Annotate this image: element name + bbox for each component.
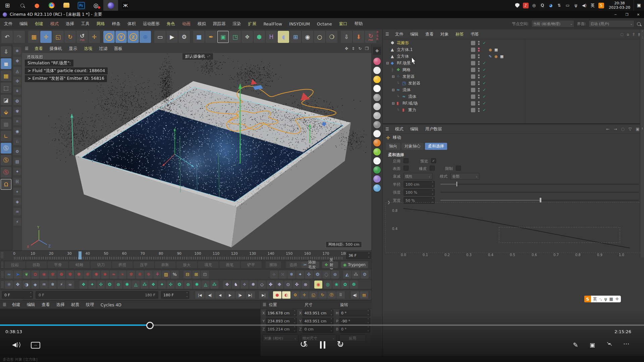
shelf3c-3[interactable]: ❅ bbox=[249, 281, 257, 289]
coords-mode-select[interactable]: 对象 (相对)⌄ bbox=[263, 335, 298, 342]
falloff-curve[interactable]: 0.80.40.00.10.20.30.40.50.60.70.80.91.0 bbox=[383, 201, 644, 257]
brush-7[interactable]: 膨胀 bbox=[155, 261, 176, 268]
brush-0[interactable]: 拉起 bbox=[5, 261, 25, 268]
coord-rot-field[interactable]: -90 °⌃⌄ bbox=[339, 318, 370, 324]
mm-menu-1[interactable]: 编辑 bbox=[26, 302, 36, 308]
ime-item-3[interactable]: ▦ bbox=[609, 297, 613, 301]
shelf2c-6[interactable]: ◌ bbox=[322, 270, 330, 279]
editor-render-dots[interactable] bbox=[478, 54, 480, 58]
om-menu-5[interactable]: 书签 bbox=[470, 32, 480, 37]
matcap-ball-3[interactable] bbox=[373, 85, 381, 92]
tree-expander-icon[interactable]: ⊟ bbox=[386, 61, 389, 65]
shelf2a-6[interactable]: ❁ bbox=[57, 270, 65, 279]
plugin-item-16[interactable]: ♒ bbox=[13, 208, 21, 216]
enabled-check-icon[interactable]: ✓ bbox=[483, 108, 486, 112]
scale-tool-button[interactable]: ◱ bbox=[52, 31, 64, 43]
menu-10[interactable]: 角色 bbox=[166, 21, 176, 27]
slider-半径[interactable] bbox=[440, 184, 639, 185]
spinner-icon[interactable]: ⌃⌄ bbox=[367, 310, 370, 316]
undo-button[interactable]: ↶ bbox=[1, 31, 13, 43]
editor-render-dots[interactable] bbox=[478, 68, 480, 72]
object-label[interactable]: 发射器 bbox=[402, 74, 415, 79]
more-icon[interactable]: ⋯ bbox=[623, 340, 630, 347]
tray-notifications[interactable]: ▣ bbox=[634, 0, 644, 11]
search-icon[interactable] bbox=[637, 22, 641, 26]
plugin-item-6[interactable]: ✾ bbox=[13, 107, 21, 115]
brush-select[interactable]: 选择 bbox=[286, 261, 301, 268]
close-button[interactable]: ✕ bbox=[633, 11, 644, 18]
hamburger-icon[interactable]: ☰ bbox=[3, 302, 6, 307]
axis-mode-button[interactable]: ∟ bbox=[1, 131, 11, 141]
shelf2a-15[interactable]: ✻ bbox=[136, 270, 144, 279]
section-header[interactable]: 柔和选择 bbox=[388, 152, 404, 158]
taskbar-obs-studio[interactable]: ◎ bbox=[89, 0, 103, 11]
collapse-icon[interactable]: ↘↖ bbox=[606, 341, 614, 346]
object-label[interactable]: RF.域/场 bbox=[402, 101, 418, 106]
subdivision-surface-button[interactable]: ▣ bbox=[217, 31, 229, 43]
model-mode-button[interactable]: ◼ bbox=[1, 58, 11, 69]
shelf2a-11[interactable]: ✸ bbox=[101, 270, 109, 279]
menu-9[interactable]: 运动图形 bbox=[142, 21, 160, 27]
om-menu-1[interactable]: 编辑 bbox=[410, 32, 419, 37]
object-tag-icon[interactable]: ● bbox=[494, 54, 498, 59]
am-search-icon[interactable]: ◌ bbox=[621, 127, 624, 131]
maximize-button[interactable]: ❐ bbox=[621, 11, 633, 18]
autokey-settings-button[interactable]: ⚙ bbox=[291, 291, 300, 299]
shelf2a-10[interactable]: ✺ bbox=[92, 270, 100, 279]
brush-10[interactable]: 画笔 bbox=[219, 261, 240, 268]
matcap-ball-14[interactable] bbox=[373, 184, 381, 192]
rewind-10-button[interactable]: ↺ 10 bbox=[300, 340, 311, 351]
editor-render-dots[interactable] bbox=[478, 74, 480, 78]
anim-range-slider[interactable]: 0 F180 F bbox=[36, 291, 158, 299]
shelf3d-0[interactable]: ◉ bbox=[314, 281, 322, 289]
brush-5[interactable]: 挤捏 bbox=[112, 261, 133, 268]
filmstrip-button[interactable]: ▤ bbox=[360, 291, 368, 299]
emitter-button[interactable]: ❖发射器 bbox=[322, 261, 338, 268]
coord-size-field[interactable]: 403.951 cm⌃⌄ bbox=[303, 310, 333, 316]
reset-object-button[interactable]: ⬇ bbox=[353, 31, 364, 43]
key-scale-button[interactable]: ◱ bbox=[309, 291, 318, 299]
tree-expander-icon[interactable]: ⊟ bbox=[392, 75, 394, 78]
checkbox-启用[interactable] bbox=[404, 158, 409, 163]
shelf2c-7[interactable]: ⊚ bbox=[331, 270, 339, 279]
tray-usb[interactable]: ⇅ bbox=[555, 1, 563, 9]
matcap-arrows-tile[interactable]: ✥ bbox=[373, 47, 381, 55]
shelf2a-13[interactable]: ✶ bbox=[118, 270, 126, 279]
checkbox-预览[interactable]: ✓ bbox=[431, 158, 436, 163]
magnet-tool-button[interactable]: Ω bbox=[1, 179, 11, 190]
editor-render-dots[interactable] bbox=[478, 101, 480, 105]
shelf3b-13[interactable]: ✺ bbox=[193, 281, 201, 289]
tray-netease-music[interactable]: ♪ bbox=[522, 1, 530, 9]
tab-柔和选择[interactable]: 柔和选择 bbox=[425, 143, 447, 150]
slider-宽度[interactable] bbox=[440, 200, 639, 201]
hamburger-icon[interactable]: ☰ bbox=[25, 46, 29, 51]
object-label[interactable]: 立方体 bbox=[397, 54, 409, 59]
taskbar-taskbar-search[interactable] bbox=[15, 0, 30, 11]
spinner-icon[interactable]: ⌃⌄ bbox=[330, 310, 333, 316]
tree-row[interactable]: ▲立方体✎●▦ bbox=[383, 53, 644, 60]
enabled-check-icon[interactable]: ✓ bbox=[483, 81, 486, 85]
shelf3c-6[interactable]: ❉ bbox=[275, 281, 283, 289]
plugin-item-1[interactable]: ✥ bbox=[13, 57, 21, 65]
brush-9[interactable]: 填充 bbox=[198, 261, 219, 268]
om-up-icon[interactable]: ⇧ bbox=[632, 32, 635, 37]
anim-end-field[interactable]: 180 F⌃⌄ bbox=[161, 291, 189, 299]
shelf3b-4[interactable]: ⊛ bbox=[114, 281, 122, 289]
interface-select[interactable]: 启动 (用户)⌄ bbox=[589, 20, 634, 27]
editor-render-dots[interactable] bbox=[478, 81, 480, 85]
shelf2a-4[interactable]: ❀ bbox=[40, 270, 48, 279]
taskbar-firefox[interactable]: ● bbox=[30, 0, 44, 11]
light-button[interactable]: ○ bbox=[314, 31, 325, 43]
enable-snap-button[interactable]: Ⓢ bbox=[1, 143, 11, 154]
om-menu-0[interactable]: 文件 bbox=[394, 32, 404, 37]
spinner-icon[interactable]: ⌃⌄ bbox=[30, 292, 33, 298]
shelf3c-9[interactable]: ⊗ bbox=[302, 281, 310, 289]
shelf3e-1[interactable]: ❀ bbox=[332, 281, 340, 289]
menu-14[interactable]: 渲染 bbox=[232, 21, 242, 27]
shelf3b-7[interactable]: ⁂ bbox=[141, 281, 149, 289]
value-box-半径[interactable]: 100 cm⌃⌄ bbox=[404, 181, 435, 188]
spinner-icon[interactable]: ⌃⌄ bbox=[293, 318, 297, 324]
brush-3[interactable]: 蜡雕 bbox=[69, 261, 90, 268]
object-label[interactable]: 流体 bbox=[408, 94, 416, 100]
shelf2b-1[interactable]: ⊞ bbox=[192, 270, 200, 279]
